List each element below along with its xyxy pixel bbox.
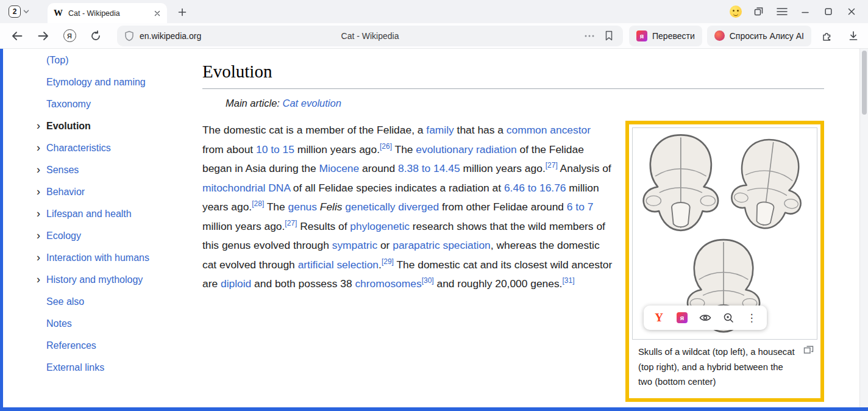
article-link[interactable]: evolutionary radiation (416, 143, 516, 155)
chevron-right-icon[interactable]: › (37, 252, 40, 263)
site-shield-icon[interactable] (124, 30, 134, 41)
chevron-right-icon[interactable]: › (37, 208, 40, 219)
article-link[interactable]: 8.38 to 14.45 (398, 162, 460, 174)
sidebar-item-label: Notes (46, 318, 72, 329)
article-link[interactable]: 6.46 to 16.76 (504, 182, 566, 194)
yandex-y-icon: Y (655, 311, 663, 324)
search-by-image-button[interactable] (719, 309, 738, 327)
alice-icon (714, 30, 725, 41)
forward-button[interactable] (31, 26, 55, 46)
yandex-search-button[interactable]: Y (650, 309, 668, 327)
image-search-icon (723, 312, 734, 323)
bookmark-button[interactable] (601, 28, 617, 44)
address-more-button[interactable] (582, 28, 597, 44)
figure-image[interactable]: Y я (632, 127, 817, 340)
article-link[interactable]: mitochondrial DNA (202, 182, 290, 194)
translate-button[interactable]: я Перевести (629, 26, 702, 46)
sidebar-item-references[interactable]: References (37, 335, 192, 357)
window-frame-bottom (0, 407, 868, 411)
article-link[interactable]: parapatric (393, 239, 439, 251)
downloads-button[interactable] (841, 26, 866, 46)
chevron-right-icon[interactable]: › (37, 164, 40, 175)
wikipedia-favicon: W (54, 8, 63, 18)
article-link[interactable]: family (426, 124, 454, 136)
chevron-right-icon[interactable]: › (37, 230, 40, 241)
article-link[interactable]: diploid (221, 277, 251, 290)
extensions-button[interactable] (815, 26, 839, 46)
article-link[interactable]: speciation (443, 239, 490, 251)
sidebar-item-see-also[interactable]: See also (37, 291, 192, 313)
tab-close-icon[interactable] (154, 10, 161, 17)
sidebar-item-top[interactable]: (Top) (37, 49, 192, 71)
article-link[interactable]: genus (288, 201, 317, 213)
sidebar-item-label: Etymology and naming (46, 77, 146, 88)
sidebar-item-notes[interactable]: Notes (37, 313, 192, 335)
hatnote: Main article: Cat evolution (202, 95, 824, 111)
article-link[interactable]: chromosomes (355, 277, 421, 290)
reference-link[interactable]: [27] (546, 161, 558, 170)
translate-image-button[interactable]: я (673, 309, 691, 327)
sidebar-item-label: Characteristics (46, 143, 111, 154)
reference-link[interactable]: [29] (382, 257, 394, 266)
chevron-right-icon[interactable]: › (37, 142, 40, 153)
yandex-home-button[interactable]: Я (57, 26, 82, 46)
sidebar-item-label: History and mythology (46, 274, 143, 285)
sidebar-item-lifespan-and-health[interactable]: ›Lifespan and health (37, 203, 192, 225)
new-tab-button[interactable] (174, 4, 190, 20)
browser-window: 2 W Cat - Wikipedia (0, 0, 868, 411)
sidebar-item-interaction-with-humans[interactable]: ›Interaction with humans (37, 247, 192, 269)
sidebar-item-label: Taxonomy (46, 99, 91, 110)
yandex-logo-icon: Я (63, 29, 76, 42)
ask-alice-button[interactable]: Спросить Алису AI (707, 26, 811, 46)
sidebar-item-ecology[interactable]: ›Ecology (37, 225, 192, 247)
close-window-button[interactable] (840, 2, 863, 21)
chevron-right-icon[interactable]: › (37, 120, 40, 131)
reference-link[interactable]: [31] (562, 276, 574, 285)
reference-link[interactable]: [27] (285, 219, 297, 227)
sidebar-item-etymology-and-naming[interactable]: Etymology and naming (37, 71, 192, 93)
profile-avatar-button[interactable] (724, 2, 747, 21)
minimize-button[interactable] (794, 2, 817, 21)
article-paragraph: The domestic cat is a member of the Feli… (202, 121, 614, 294)
article-link[interactable]: artificial selection (298, 259, 379, 271)
reference-marker: [28] (252, 199, 264, 208)
caption-text: Skulls of a wildcat (top left), a housec… (638, 345, 799, 390)
sidebar-item-evolution[interactable]: ›Evolution (37, 115, 192, 137)
back-button[interactable] (5, 26, 29, 46)
sidebar-item-behavior[interactable]: ›Behavior (37, 181, 192, 203)
reload-button[interactable] (84, 26, 108, 46)
article-link[interactable]: 6 to 7 (567, 201, 594, 213)
article-link[interactable]: common ancestor (507, 124, 591, 136)
article-link[interactable]: genetically diverged (345, 201, 439, 213)
chevron-right-icon[interactable]: › (37, 274, 40, 285)
enlarge-icon[interactable] (803, 345, 814, 354)
tab-cat-wikipedia[interactable]: W Cat - Wikipedia (48, 3, 167, 23)
sidebar-item-characteristics[interactable]: ›Characteristics (37, 137, 192, 159)
article-link[interactable]: 10 to 15 (256, 143, 294, 155)
image-menu-button[interactable]: ⋮ (742, 309, 761, 327)
scrollbar-track[interactable] (859, 49, 868, 407)
article-link[interactable]: phylogenetic (350, 220, 410, 232)
sidebar-item-label: (Top) (46, 55, 68, 66)
reference-marker: [30] (422, 276, 434, 285)
close-icon (847, 7, 856, 16)
side-panel-button[interactable] (747, 2, 770, 21)
hatnote-link[interactable]: Cat evolution (283, 98, 341, 109)
sidebar-item-history-and-mythology[interactable]: ›History and mythology (37, 269, 192, 291)
maximize-button[interactable] (817, 2, 840, 21)
sidebar-item-external-links[interactable]: External links (37, 357, 192, 379)
reference-link[interactable]: [30] (422, 276, 434, 285)
browser-menu-button[interactable] (770, 2, 794, 21)
article-link[interactable]: sympatric (332, 239, 377, 251)
reference-marker: [29] (382, 257, 394, 266)
chevron-right-icon[interactable]: › (37, 186, 40, 197)
address-bar[interactable]: Cat - Wikipedia en.wikipedia.org (117, 26, 623, 46)
describe-image-button[interactable] (696, 309, 714, 327)
tab-count-button[interactable]: 2 (6, 4, 32, 20)
reference-link[interactable]: [26] (380, 142, 392, 151)
article-link[interactable]: Miocene (319, 162, 359, 174)
reference-link[interactable]: [28] (252, 199, 264, 208)
scrollbar-thumb[interactable] (862, 51, 867, 115)
sidebar-item-taxonomy[interactable]: Taxonomy (37, 93, 192, 115)
sidebar-item-senses[interactable]: ›Senses (37, 159, 192, 181)
